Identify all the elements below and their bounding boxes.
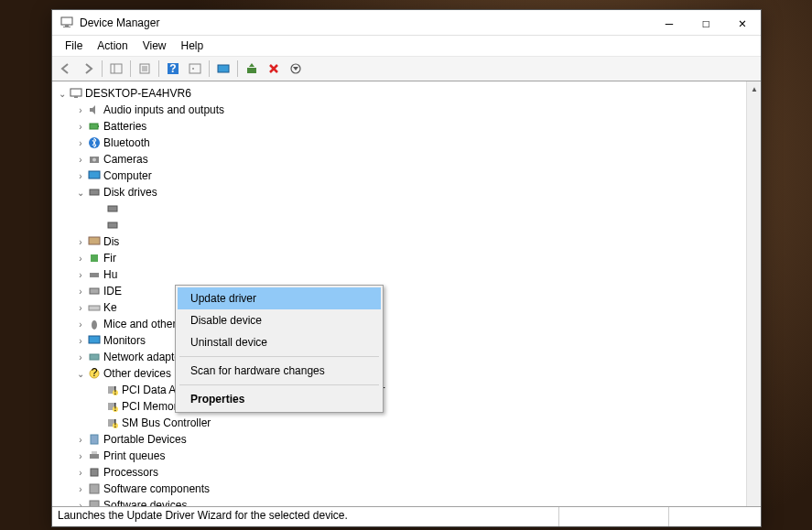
status-pane xyxy=(559,507,669,526)
app-icon xyxy=(60,16,74,30)
tree-item-other-child[interactable]: !PCI Data Acquisition and Signal Process… xyxy=(52,382,761,398)
chevron-right-icon[interactable]: › xyxy=(74,468,87,478)
tree-item-monitors[interactable]: ›Monitors xyxy=(52,332,761,349)
chevron-right-icon[interactable]: › xyxy=(74,237,87,247)
software-icon xyxy=(87,498,102,506)
tree-item-portable[interactable]: ›Portable Devices xyxy=(52,431,761,448)
maximize-button[interactable]: ☐ xyxy=(687,10,724,36)
tree-item-cameras[interactable]: ›Cameras xyxy=(52,151,761,168)
monitor-icon xyxy=(87,333,102,348)
device-tree[interactable]: ⌄ DESKTOP-EA4HVR6 ›Audio inputs and outp… xyxy=(52,81,761,506)
scrollbar[interactable]: ▲ xyxy=(746,81,761,506)
properties-button[interactable] xyxy=(135,59,155,79)
menu-file[interactable]: File xyxy=(58,38,90,54)
forward-button[interactable] xyxy=(78,59,98,79)
tree-item-ide[interactable]: ›IDE xyxy=(52,283,761,299)
network-icon xyxy=(87,350,102,364)
ctx-uninstall-device[interactable]: Uninstall device xyxy=(178,331,381,353)
chevron-right-icon[interactable]: › xyxy=(74,352,87,362)
tree-item-bluetooth[interactable]: ›Bluetooth xyxy=(52,135,761,151)
chevron-right-icon[interactable]: › xyxy=(74,319,87,330)
chevron-right-icon[interactable]: › xyxy=(74,435,87,445)
svg-rect-17 xyxy=(74,96,78,98)
menu-action[interactable]: Action xyxy=(90,38,135,54)
chevron-down-icon[interactable]: ⌄ xyxy=(56,89,69,99)
svg-text:!: ! xyxy=(114,384,116,396)
tree-item-disk-child[interactable] xyxy=(52,217,761,233)
chevron-right-icon[interactable]: › xyxy=(74,122,87,132)
ctx-scan-hardware[interactable]: Scan for hardware changes xyxy=(178,360,381,382)
keyboard-icon xyxy=(87,300,102,315)
tree-item-mice[interactable]: ›Mice and other pointing devices xyxy=(52,316,761,332)
tree-label: Bluetooth xyxy=(103,136,150,149)
svg-text:!: ! xyxy=(114,401,116,413)
ctx-properties[interactable]: Properties xyxy=(178,388,381,410)
menu-view[interactable]: View xyxy=(135,38,174,54)
tree-label: Dis xyxy=(103,235,119,248)
tree-item-batteries[interactable]: ›Batteries xyxy=(52,118,761,135)
chevron-right-icon[interactable]: › xyxy=(74,155,87,165)
toolbar-separator xyxy=(209,60,210,77)
status-pane xyxy=(669,507,761,526)
tree-item-print[interactable]: ›Print queues xyxy=(52,448,761,464)
tree-item-software-components[interactable]: ›Software components xyxy=(52,481,761,497)
tree-item-other[interactable]: ⌄?Other devices xyxy=(52,365,761,382)
tree-item-other-child[interactable]: !PCI Memory Controller xyxy=(52,398,761,415)
chevron-right-icon[interactable]: › xyxy=(74,254,87,264)
status-text: Launches the Update Driver Wizard for th… xyxy=(52,507,559,526)
chevron-right-icon[interactable]: › xyxy=(74,484,87,494)
tree-label: Print queues xyxy=(103,449,165,462)
show-hide-tree-button[interactable] xyxy=(106,59,126,79)
tree-item-processors[interactable]: ›Processors xyxy=(52,464,761,481)
tree-item-audio[interactable]: ›Audio inputs and outputs xyxy=(52,102,761,118)
chevron-right-icon[interactable]: › xyxy=(74,287,87,297)
chevron-right-icon[interactable]: › xyxy=(74,171,87,181)
svg-rect-30 xyxy=(90,288,99,294)
chevron-right-icon[interactable]: › xyxy=(74,270,87,280)
action-icon[interactable] xyxy=(185,59,205,79)
close-button[interactable]: ✕ xyxy=(724,10,761,36)
chevron-right-icon[interactable]: › xyxy=(74,501,87,507)
computer-icon xyxy=(69,86,83,101)
tree-item-computer[interactable]: ›Computer xyxy=(52,168,761,184)
printer-icon xyxy=(87,449,102,463)
tree-label: Hu xyxy=(103,268,117,281)
tree-item-other-child[interactable]: !SM Bus Controller xyxy=(52,415,761,431)
chevron-right-icon[interactable]: › xyxy=(74,105,87,115)
svg-rect-31 xyxy=(89,306,100,310)
svg-text:!: ! xyxy=(114,417,116,429)
tree-item-display[interactable]: ›Dis xyxy=(52,233,761,250)
portable-icon xyxy=(87,432,102,447)
ctx-update-driver[interactable]: Update driver xyxy=(178,287,381,309)
uninstall-button[interactable] xyxy=(264,59,284,79)
scroll-up-icon[interactable]: ▲ xyxy=(747,81,761,96)
titlebar[interactable]: Device Manager — ☐ ✕ xyxy=(52,10,761,36)
menu-help[interactable]: Help xyxy=(174,38,211,54)
tree-item-network[interactable]: ›Network adapters xyxy=(52,349,761,365)
tree-item-firmware[interactable]: ›Fir xyxy=(52,250,761,266)
tree-item-disk-child[interactable] xyxy=(52,200,761,217)
disable-button[interactable] xyxy=(286,59,306,79)
tree-item-disk-drives[interactable]: ⌄Disk drives xyxy=(52,184,761,200)
tree-item-hid[interactable]: ›Hu xyxy=(52,266,761,283)
update-driver-button[interactable] xyxy=(242,59,262,79)
chevron-right-icon[interactable]: › xyxy=(74,336,87,346)
chevron-right-icon[interactable]: › xyxy=(74,303,87,313)
tree-label: Audio inputs and outputs xyxy=(103,103,224,116)
ctx-disable-device[interactable]: Disable device xyxy=(178,309,381,331)
minimize-button[interactable]: — xyxy=(651,10,687,36)
svg-rect-2 xyxy=(63,27,70,27)
chevron-right-icon[interactable]: › xyxy=(74,138,87,148)
svg-rect-34 xyxy=(90,354,99,360)
tree-root[interactable]: ⌄ DESKTOP-EA4HVR6 xyxy=(52,85,761,102)
tree-item-software-devices[interactable]: ›Software devices xyxy=(52,497,761,506)
back-button[interactable] xyxy=(56,59,76,79)
scan-button[interactable] xyxy=(213,59,233,79)
tree-root-label: DESKTOP-EA4HVR6 xyxy=(85,87,191,100)
chevron-right-icon[interactable]: › xyxy=(74,451,87,461)
tree-label: Processors xyxy=(103,466,158,479)
chevron-down-icon[interactable]: ⌄ xyxy=(74,369,87,379)
help-button[interactable]: ? xyxy=(163,59,183,79)
tree-item-keyboards[interactable]: ›Ke xyxy=(52,299,761,316)
chevron-down-icon[interactable]: ⌄ xyxy=(74,188,87,198)
